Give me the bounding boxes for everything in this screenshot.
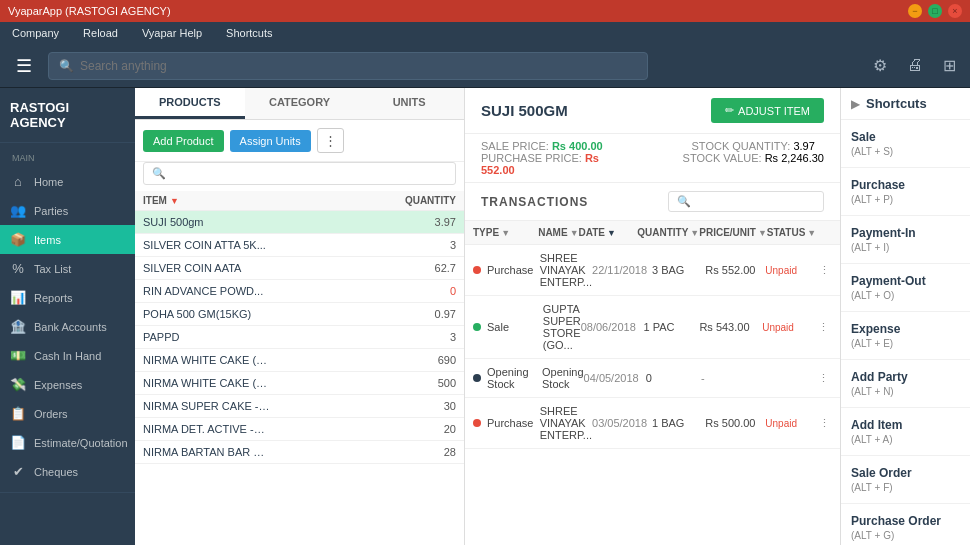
sidebar-item-orders[interactable]: 📋 Orders bbox=[0, 399, 135, 428]
sidebar-item-home[interactable]: ⌂ Home bbox=[0, 167, 135, 196]
item-filter-icon[interactable]: ▼ bbox=[170, 196, 179, 206]
search-icon: 🔍 bbox=[59, 59, 74, 73]
sidebar-label-orders: Orders bbox=[34, 408, 68, 420]
txn-table-header: TYPE ▼ NAME ▼ DATE ▼ QUANTITY bbox=[465, 221, 840, 245]
table-row[interactable]: Opening Stock Opening Stock 04/05/2018 0… bbox=[465, 359, 840, 398]
detail-panel: SUJI 500GM ✏ ADJUST ITEM SALE PRICE: Rs … bbox=[465, 88, 840, 545]
transactions-table: TYPE ▼ NAME ▼ DATE ▼ QUANTITY bbox=[465, 221, 840, 545]
txn-search-icon: 🔍 bbox=[677, 195, 691, 208]
shortcut-purchase[interactable]: Purchase (ALT + P) bbox=[841, 168, 970, 216]
txn-col-name: NAME ▼ bbox=[538, 227, 578, 238]
tab-units[interactable]: UNITS bbox=[354, 88, 464, 119]
sidebar-label-home: Home bbox=[34, 176, 63, 188]
detail-info: SALE PRICE: Rs 400.00 PURCHASE PRICE: Rs… bbox=[465, 134, 840, 183]
items-search-icon: 🔍 bbox=[152, 167, 166, 180]
print-icon[interactable]: 🖨 bbox=[901, 52, 929, 79]
add-product-button[interactable]: Add Product bbox=[143, 130, 224, 152]
table-row[interactable]: Sale GUPTA SUPER STORE (GO... 08/06/2018… bbox=[465, 296, 840, 359]
transactions-search[interactable]: 🔍 bbox=[668, 191, 824, 212]
taxlist-icon: % bbox=[10, 261, 26, 276]
list-item[interactable]: RIN ADVANCE POWD... 0 bbox=[135, 280, 464, 303]
list-item[interactable]: NIRMA WHITE CAKE (… 500 bbox=[135, 372, 464, 395]
detail-header: SUJI 500GM ✏ ADJUST ITEM bbox=[465, 88, 840, 134]
maximize-button[interactable]: □ bbox=[928, 4, 942, 18]
minimize-button[interactable]: − bbox=[908, 4, 922, 18]
list-item[interactable]: SUJI 500gm 3.97 bbox=[135, 211, 464, 234]
shortcuts-expand-icon[interactable]: ▶ bbox=[851, 97, 860, 111]
stock-info-block: STOCK QUANTITY: 3.97 STOCK VALUE: Rs 2,2… bbox=[676, 140, 824, 176]
list-item[interactable]: NIRMA DET. ACTIVE -… 20 bbox=[135, 418, 464, 441]
sidebar-item-parties[interactable]: 👥 Parties bbox=[0, 196, 135, 225]
shortcuts-panel: ▶ Shortcuts Sale (ALT + S) Purchase (ALT… bbox=[840, 88, 970, 545]
tab-category[interactable]: CATEGORY bbox=[245, 88, 355, 119]
menu-shortcuts[interactable]: Shortcuts bbox=[222, 25, 276, 41]
shortcut-payment-out[interactable]: Payment-Out (ALT + O) bbox=[841, 264, 970, 312]
sidebar-item-cheques[interactable]: ✔ Cheques bbox=[0, 457, 135, 486]
sidebar-section-label: Main bbox=[0, 149, 135, 167]
tab-products[interactable]: PRODUCTS bbox=[135, 88, 245, 119]
grid-icon[interactable]: ⊞ bbox=[937, 52, 962, 79]
settings-icon[interactable]: ⚙ bbox=[867, 52, 893, 79]
assign-units-button[interactable]: Assign Units bbox=[230, 130, 311, 152]
title-bar-left: VyaparApp (RASTOGI AGENCY) bbox=[8, 5, 171, 17]
sidebar-item-cash[interactable]: 💵 Cash In Hand bbox=[0, 341, 135, 370]
sidebar-item-reports[interactable]: 📊 Reports bbox=[0, 283, 135, 312]
sidebar-section-main: Main ⌂ Home 👥 Parties 📦 Items % Tax List… bbox=[0, 143, 135, 493]
close-button[interactable]: × bbox=[948, 4, 962, 18]
expenses-icon: 💸 bbox=[10, 377, 26, 392]
shortcut-sale[interactable]: Sale (ALT + S) bbox=[841, 120, 970, 168]
menu-help[interactable]: Vyapar Help bbox=[138, 25, 206, 41]
sidebar-item-bank[interactable]: 🏦 Bank Accounts bbox=[0, 312, 135, 341]
shortcut-add-item[interactable]: Add Item (ALT + A) bbox=[841, 408, 970, 456]
txn-search-input[interactable] bbox=[695, 196, 815, 208]
more-options-button[interactable]: ⋮ bbox=[317, 128, 344, 153]
sidebar-label-reports: Reports bbox=[34, 292, 73, 304]
search-box[interactable]: 🔍 bbox=[48, 52, 648, 80]
sidebar-item-expenses[interactable]: 💸 Expenses bbox=[0, 370, 135, 399]
items-search-input[interactable] bbox=[170, 168, 447, 180]
table-row[interactable]: Purchase SHREE VINAYAK ENTERP... 22/11/2… bbox=[465, 245, 840, 296]
items-list: SUJI 500gm 3.97 SILVER COIN ATTA 5K... 3… bbox=[135, 211, 464, 545]
txn-col-status: STATUS ▼ bbox=[767, 227, 819, 238]
sidebar-label-taxlist: Tax List bbox=[34, 263, 71, 275]
sidebar-label-estimate: Estimate/Quotation bbox=[34, 437, 128, 449]
app-title: VyaparApp (RASTOGI AGENCY) bbox=[8, 5, 171, 17]
shortcut-add-party[interactable]: Add Party (ALT + N) bbox=[841, 360, 970, 408]
row-actions-btn[interactable]: ⋮ bbox=[818, 321, 832, 334]
shortcut-expense[interactable]: Expense (ALT + E) bbox=[841, 312, 970, 360]
sidebar-label-parties: Parties bbox=[34, 205, 68, 217]
shortcut-sale-order[interactable]: Sale Order (ALT + F) bbox=[841, 456, 970, 504]
search-input[interactable] bbox=[80, 59, 637, 73]
row-actions-btn[interactable]: ⋮ bbox=[819, 417, 832, 430]
items-table-header: ITEM ▼ QUANTITY bbox=[135, 191, 464, 211]
table-row[interactable]: Purchase SHREE VINAYAK ENTERP... 03/05/2… bbox=[465, 398, 840, 449]
list-item[interactable]: SILVER COIN ATTA 5K... 3 bbox=[135, 234, 464, 257]
shortcut-payment-in[interactable]: Payment-In (ALT + I) bbox=[841, 216, 970, 264]
list-item[interactable]: NIRMA BARTAN BAR … 28 bbox=[135, 441, 464, 464]
txn-col-type: TYPE ▼ bbox=[473, 227, 538, 238]
row-actions-btn[interactable]: ⋮ bbox=[819, 264, 832, 277]
list-item[interactable]: POHA 500 GM(15KG) 0.97 bbox=[135, 303, 464, 326]
txn-col-date: DATE ▼ bbox=[579, 227, 638, 238]
shortcuts-header: ▶ Shortcuts bbox=[841, 88, 970, 120]
status-dot bbox=[473, 266, 481, 274]
row-actions-btn[interactable]: ⋮ bbox=[818, 372, 832, 385]
list-item[interactable]: PAPPD 3 bbox=[135, 326, 464, 349]
adjust-item-button[interactable]: ✏ ADJUST ITEM bbox=[711, 98, 824, 123]
list-item[interactable]: NIRMA SUPER CAKE -… 30 bbox=[135, 395, 464, 418]
hamburger-menu[interactable]: ☰ bbox=[8, 51, 40, 81]
menu-reload[interactable]: Reload bbox=[79, 25, 122, 41]
sidebar-label-items: Items bbox=[34, 234, 61, 246]
txn-col-qty: QUANTITY ▼ bbox=[637, 227, 699, 238]
sidebar-item-items[interactable]: 📦 Items bbox=[0, 225, 135, 254]
list-item[interactable]: SILVER COIN AATA 62.7 bbox=[135, 257, 464, 280]
sidebar: RASTOGI AGENCY Main ⌂ Home 👥 Parties 📦 I… bbox=[0, 88, 135, 545]
txn-col-price: PRICE/UNIT ▼ bbox=[699, 227, 767, 238]
sidebar-item-taxlist[interactable]: % Tax List bbox=[0, 254, 135, 283]
shortcut-purchase-order[interactable]: Purchase Order (ALT + G) bbox=[841, 504, 970, 545]
items-search-field[interactable]: 🔍 bbox=[143, 162, 456, 185]
sidebar-item-estimate[interactable]: 📄 Estimate/Quotation bbox=[0, 428, 135, 457]
menu-company[interactable]: Company bbox=[8, 25, 63, 41]
list-item[interactable]: NIRMA WHITE CAKE (… 690 bbox=[135, 349, 464, 372]
toolbar: ☰ 🔍 ⚙ 🖨 ⊞ bbox=[0, 44, 970, 88]
